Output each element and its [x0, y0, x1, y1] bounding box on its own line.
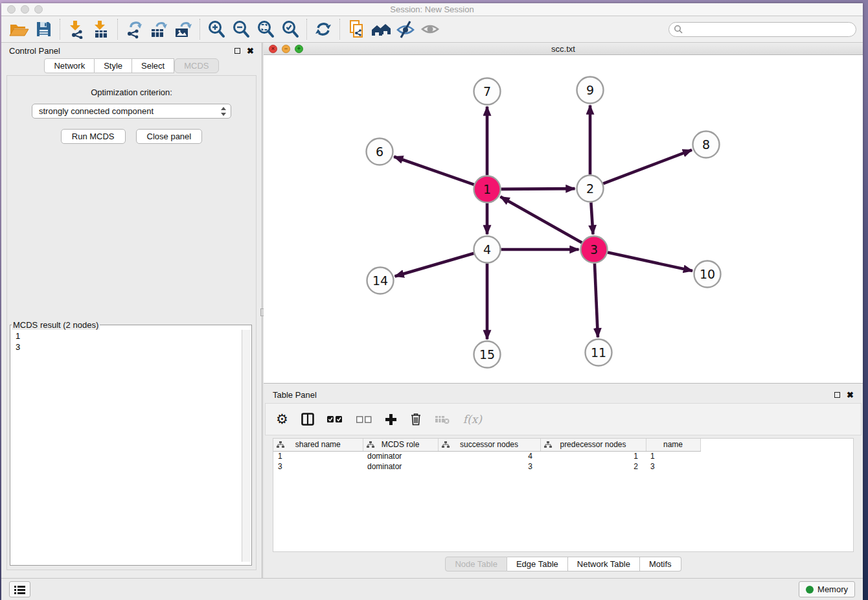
graph-edge-1-6[interactable]: [394, 157, 474, 185]
graph-node-3[interactable]: 3: [581, 237, 608, 263]
graph-node-10[interactable]: 10: [694, 261, 721, 288]
run-mcds-button[interactable]: Run MCDS: [61, 129, 126, 144]
add-row-icon[interactable]: [385, 410, 397, 429]
graph-node-9[interactable]: 9: [577, 77, 604, 104]
svg-text:2: 2: [586, 181, 594, 196]
graph-node-8[interactable]: 8: [693, 132, 720, 158]
memory-button[interactable]: Memory: [799, 581, 855, 597]
export-table-icon[interactable]: [146, 18, 171, 40]
first-neighbors-icon[interactable]: [369, 18, 393, 40]
table-cell[interactable]: 3: [646, 461, 700, 472]
delete-table-icon[interactable]: [435, 410, 450, 429]
mcds-result-item[interactable]: 3: [16, 341, 241, 352]
column-header-successor-nodes[interactable]: successor nodes: [438, 439, 540, 451]
float-table-panel-icon[interactable]: [834, 392, 840, 398]
graph-node-2[interactable]: 2: [577, 176, 604, 202]
function-builder-icon[interactable]: f(x): [463, 410, 482, 429]
task-history-button[interactable]: [9, 581, 30, 597]
search-input[interactable]: [668, 22, 856, 37]
status-bar: Memory: [1, 578, 863, 600]
svg-text:6: 6: [376, 144, 383, 159]
table-cell[interactable]: 1: [540, 451, 646, 461]
graph-edge-3-11[interactable]: [595, 263, 598, 337]
export-image-icon[interactable]: [171, 18, 196, 40]
hierarchy-icon: [277, 441, 284, 448]
show-column-icon[interactable]: [301, 410, 314, 429]
graph-node-7[interactable]: 7: [474, 78, 501, 105]
close-panel-icon[interactable]: ✖: [247, 47, 254, 55]
graph-edge-2-8[interactable]: [603, 150, 692, 183]
svg-text:4: 4: [483, 242, 491, 257]
mcds-result-title: MCDS result (2 nodes): [12, 320, 100, 330]
import-network-icon[interactable]: [64, 18, 89, 40]
tab-motifs[interactable]: Motifs: [640, 557, 681, 571]
toolbar-separator: [339, 19, 340, 40]
deselect-all-icon[interactable]: [356, 410, 372, 429]
apply-layout-icon[interactable]: [311, 18, 336, 40]
graph-edge-1-2[interactable]: [501, 189, 575, 189]
graph-node-1[interactable]: 1: [474, 176, 501, 203]
table-header-row: shared name MCDS role successor nodes pr…: [273, 439, 700, 451]
column-header-mcds-role[interactable]: MCDS role: [363, 439, 438, 451]
close-table-panel-icon[interactable]: ✖: [847, 391, 854, 399]
table-row[interactable]: 1dominator411: [273, 451, 700, 461]
show-all-icon[interactable]: [418, 18, 442, 40]
tab-mcds[interactable]: MCDS: [174, 58, 218, 73]
result-scrollbar[interactable]: [242, 330, 251, 562]
network-canvas[interactable]: 7968124314101511: [264, 55, 863, 383]
network-window: × − + scc.txt 7968124314101511: [264, 43, 863, 384]
graph-edge-3-1[interactable]: [500, 197, 582, 243]
table-cell[interactable]: dominator: [363, 461, 438, 472]
clone-network-icon[interactable]: [344, 18, 369, 40]
mcds-result-list[interactable]: 13: [12, 330, 241, 561]
save-session-icon[interactable]: [31, 18, 56, 40]
graph-node-14[interactable]: 14: [367, 268, 394, 294]
zoom-selected-icon[interactable]: [278, 18, 303, 40]
column-header-shared-name[interactable]: shared name: [273, 439, 363, 451]
graph-node-6[interactable]: 6: [367, 139, 393, 165]
select-all-icon[interactable]: [327, 410, 343, 429]
tab-style[interactable]: Style: [95, 58, 132, 73]
delete-row-icon[interactable]: [410, 410, 422, 429]
tab-network[interactable]: Network: [44, 58, 95, 73]
zoom-in-icon[interactable]: [204, 18, 229, 40]
node-table[interactable]: shared name MCDS role successor nodes pr…: [273, 438, 854, 552]
float-panel-icon[interactable]: [234, 48, 240, 54]
tab-node-table[interactable]: Node Table: [445, 557, 507, 571]
table-cell[interactable]: 3: [273, 461, 363, 472]
column-header-predecessor-nodes[interactable]: predecessor nodes: [540, 439, 646, 451]
table-cell[interactable]: 2: [540, 461, 646, 472]
table-cell[interactable]: 4: [438, 451, 540, 461]
zoom-fit-icon[interactable]: [253, 18, 278, 40]
zoom-out-icon[interactable]: [229, 18, 253, 40]
tab-select[interactable]: Select: [132, 58, 174, 73]
graph-edge-2-3[interactable]: [591, 202, 593, 234]
svg-text:1: 1: [483, 182, 491, 196]
control-panel: Control Panel ✖ Network Style Select MCD…: [1, 43, 262, 578]
table-cell[interactable]: 1: [646, 451, 700, 461]
table-cell[interactable]: dominator: [363, 451, 438, 461]
graph-edge-3-10[interactable]: [608, 253, 692, 271]
tab-edge-table[interactable]: Edge Table: [507, 557, 568, 571]
mcds-result-item[interactable]: 1: [16, 330, 241, 341]
network-title: scc.txt: [264, 44, 863, 54]
tab-network-table[interactable]: Network Table: [568, 557, 640, 571]
import-table-icon[interactable]: [89, 18, 113, 40]
open-file-icon[interactable]: [6, 18, 31, 40]
graph-node-11[interactable]: 11: [586, 340, 612, 366]
close-panel-button[interactable]: Close panel: [136, 129, 203, 144]
export-network-icon[interactable]: [122, 18, 146, 40]
column-header-name[interactable]: name: [646, 439, 700, 451]
graph-node-15[interactable]: 15: [474, 341, 501, 368]
settings-gear-icon[interactable]: ⚙: [276, 410, 288, 429]
table-row[interactable]: 3dominator323: [273, 461, 700, 472]
svg-text:10: 10: [700, 267, 715, 281]
graph-edge-4-14[interactable]: [395, 253, 474, 276]
optimization-criterion-select[interactable]: strongly connected component: [32, 104, 231, 119]
search-icon: [674, 25, 683, 34]
search-container: [668, 22, 856, 37]
table-cell[interactable]: 1: [273, 451, 363, 461]
graph-node-4[interactable]: 4: [474, 237, 501, 263]
hide-selected-icon[interactable]: [393, 18, 418, 40]
table-cell[interactable]: 3: [438, 461, 540, 472]
